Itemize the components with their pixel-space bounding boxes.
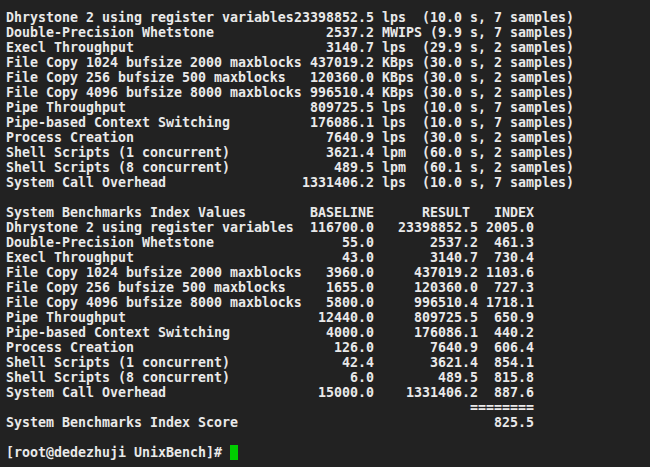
test-unit: lps: [382, 40, 406, 55]
index-table-header-row: System Benchmarks Index Values BASELINE …: [0, 205, 650, 220]
index-result-row: Double-Precision Whetstone55.02537.2461.…: [0, 235, 650, 250]
test-details: (60.0 s, 2 samples): [422, 145, 574, 160]
index-result-row: Dhrystone 2 using register variables1167…: [0, 220, 650, 235]
column-header-index: INDEX: [494, 205, 534, 220]
test-details: (10.0 s, 7 samples): [422, 115, 574, 130]
index-value: 730.4: [494, 250, 534, 265]
test-value: 2537.2: [326, 25, 374, 40]
test-unit: lps: [382, 10, 406, 25]
test-name: File Copy 1024 bufsize 2000 maxblocks: [6, 55, 302, 70]
test-value: 489.5: [334, 160, 374, 175]
terminal-cursor: [230, 445, 238, 460]
test-name: Execl Throughput: [6, 250, 134, 265]
index-result-row: Process Creation126.07640.9606.4: [0, 340, 650, 355]
raw-result-row: System Call Overhead1331406.2lps(10.0 s,…: [0, 175, 650, 190]
baseline-value: 15000.0: [318, 385, 374, 400]
raw-result-row: Double-Precision Whetstone2537.2MWIPS(9.…: [0, 25, 650, 40]
score-row: System Benchmarks Index Score 825.5: [0, 415, 650, 430]
test-name: Pipe-based Context Switching: [6, 115, 230, 130]
score-value: 825.5: [494, 415, 534, 430]
index-value: 727.3: [494, 280, 534, 295]
baseline-value: 3960.0: [326, 265, 374, 280]
test-unit: lps: [382, 175, 406, 190]
index-value: 815.8: [494, 370, 534, 385]
test-unit: MWIPS: [382, 25, 422, 40]
test-name: Shell Scripts (1 concurrent): [6, 145, 230, 160]
test-name: File Copy 4096 bufsize 8000 maxblocks: [6, 85, 302, 100]
result-value: 7640.9: [430, 340, 478, 355]
index-value: 440.2: [494, 325, 534, 340]
test-unit: lps: [382, 115, 406, 130]
baseline-value: 4000.0: [326, 325, 374, 340]
index-result-row: System Call Overhead15000.01331406.2887.…: [0, 385, 650, 400]
score-label: System Benchmarks Index Score: [6, 415, 238, 430]
index-result-row: Shell Scripts (8 concurrent)6.0489.5815.…: [0, 370, 650, 385]
result-value: 809725.5: [414, 310, 478, 325]
result-value: 2537.2: [430, 235, 478, 250]
index-value: 461.3: [494, 235, 534, 250]
test-details: (30.0 s, 2 samples): [422, 85, 574, 100]
result-value: 3621.4: [430, 355, 478, 370]
index-value: 2005.0: [486, 220, 534, 235]
index-value: 1718.1: [486, 295, 534, 310]
test-name: Pipe-based Context Switching: [6, 325, 230, 340]
baseline-value: 55.0: [342, 235, 374, 250]
test-value: 120360.0: [310, 70, 374, 85]
baseline-value: 1655.0: [326, 280, 374, 295]
test-name: File Copy 256 bufsize 500 maxblocks: [6, 70, 286, 85]
test-name: Dhrystone 2 using register variables: [6, 10, 294, 25]
test-name: Shell Scripts (8 concurrent): [6, 160, 230, 175]
test-details: (29.9 s, 2 samples): [422, 40, 574, 55]
raw-result-row: Dhrystone 2 using register variables2339…: [0, 10, 650, 25]
test-name: System Call Overhead: [6, 175, 166, 190]
test-name: Pipe Throughput: [6, 310, 126, 325]
test-value: 23398852.5: [294, 10, 374, 25]
column-header-baseline: BASELINE: [310, 205, 374, 220]
test-name: Process Creation: [6, 340, 134, 355]
test-unit: lps: [382, 100, 406, 115]
raw-result-row: Pipe Throughput809725.5lps(10.0 s, 7 sam…: [0, 100, 650, 115]
baseline-value: 42.4: [342, 355, 374, 370]
test-unit: KBps: [382, 85, 414, 100]
terminal[interactable]: Dhrystone 2 using register variables2339…: [0, 0, 650, 467]
raw-result-row: Process Creation7640.9lps(30.0 s, 2 samp…: [0, 130, 650, 145]
result-value: 489.5: [438, 370, 478, 385]
column-header-result: RESULT: [422, 205, 470, 220]
raw-result-row: Execl Throughput3140.7lps(29.9 s, 2 samp…: [0, 40, 650, 55]
test-details: (10.0 s, 7 samples): [422, 10, 574, 25]
test-name: Dhrystone 2 using register variables: [6, 220, 294, 235]
test-value: 3140.7: [326, 40, 374, 55]
test-value: 7640.9: [326, 130, 374, 145]
result-value: 996510.4: [414, 295, 478, 310]
index-result-row: Pipe-based Context Switching4000.0176086…: [0, 325, 650, 340]
index-value: 887.6: [494, 385, 534, 400]
test-name: Shell Scripts (1 concurrent): [6, 355, 230, 370]
index-value: 854.1: [494, 355, 534, 370]
index-result-row: File Copy 4096 bufsize 8000 maxblocks580…: [0, 295, 650, 310]
test-name: File Copy 1024 bufsize 2000 maxblocks: [6, 265, 302, 280]
test-name: Process Creation: [6, 130, 134, 145]
test-name: Double-Precision Whetstone: [6, 235, 214, 250]
result-value: 1331406.2: [406, 385, 478, 400]
raw-result-row: Shell Scripts (1 concurrent)3621.4lpm(60…: [0, 145, 650, 160]
test-details: (9.9 s, 7 samples): [430, 25, 574, 40]
index-result-row: File Copy 256 bufsize 500 maxblocks1655.…: [0, 280, 650, 295]
test-details: (10.0 s, 7 samples): [422, 175, 574, 190]
baseline-value: 6.0: [350, 370, 374, 385]
test-unit: KBps: [382, 55, 414, 70]
result-value: 437019.2: [414, 265, 478, 280]
shell-prompt: [root@dedezhuji UnixBench]#: [6, 445, 230, 460]
raw-result-row: Pipe-based Context Switching176086.1lps(…: [0, 115, 650, 130]
test-name: Double-Precision Whetstone: [6, 25, 214, 40]
baseline-value: 126.0: [334, 340, 374, 355]
result-value: 23398852.5: [398, 220, 478, 235]
result-value: 3140.7: [430, 250, 478, 265]
index-table-title: System Benchmarks Index Values: [6, 205, 246, 220]
test-name: File Copy 256 bufsize 500 maxblocks: [6, 280, 286, 295]
prompt-row[interactable]: [root@dedezhuji UnixBench]#: [0, 445, 650, 460]
test-name: Pipe Throughput: [6, 100, 126, 115]
test-details: (30.0 s, 2 samples): [422, 70, 574, 85]
baseline-value: 43.0: [342, 250, 374, 265]
test-name: Shell Scripts (8 concurrent): [6, 370, 230, 385]
result-value: 120360.0: [414, 280, 478, 295]
